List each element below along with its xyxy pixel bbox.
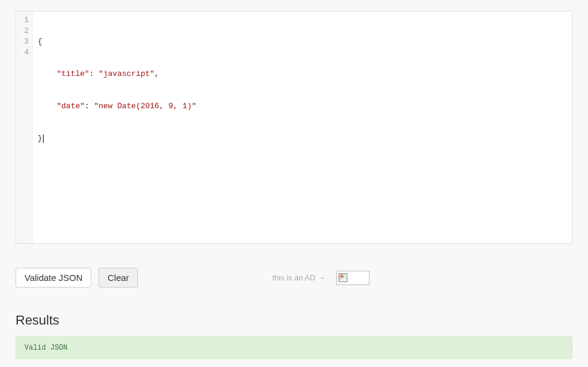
results-heading: Results bbox=[16, 313, 572, 328]
line-number-gutter: 1 2 3 4 bbox=[16, 11, 33, 243]
code-line: "date": "new Date(2016, 9, 1)" bbox=[38, 101, 567, 112]
ad-label: this is an AD → bbox=[272, 273, 325, 282]
line-number: 3 bbox=[22, 36, 29, 47]
broken-image-icon bbox=[336, 271, 370, 285]
code-content[interactable]: { "title": "javascript", "date": "new Da… bbox=[33, 11, 572, 243]
text-cursor bbox=[43, 134, 44, 143]
code-line: "title": "javascript", bbox=[38, 69, 567, 79]
clear-button[interactable]: Clear bbox=[98, 268, 138, 288]
code-line: } bbox=[38, 133, 567, 144]
ad-block: this is an AD → bbox=[272, 271, 370, 285]
controls-row: Validate JSON Clear this is an AD → bbox=[16, 268, 572, 288]
json-editor[interactable]: 1 2 3 4 { "title": "javascript", "date":… bbox=[16, 11, 572, 244]
result-message: Valid JSON bbox=[24, 344, 67, 352]
line-number: 2 bbox=[22, 26, 29, 36]
code-line: { bbox=[38, 36, 567, 47]
line-number: 1 bbox=[22, 15, 29, 26]
line-number: 4 bbox=[22, 47, 29, 58]
result-message-box: Valid JSON bbox=[16, 337, 572, 359]
validate-json-button[interactable]: Validate JSON bbox=[16, 268, 91, 288]
